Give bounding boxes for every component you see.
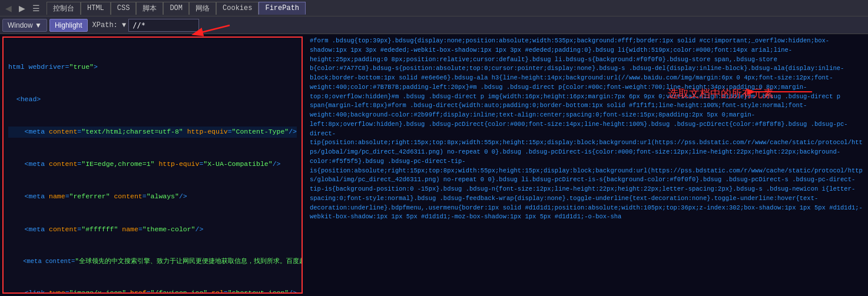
back-button[interactable]: ◀ [2,2,15,14]
tab-firepath[interactable]: FirePath [259,2,306,15]
top-toolbar: ◀ ▶ ☰ 控制台 HTML CSS 脚本 DOM 网络 Cookies Fir… [0,0,868,16]
html-line: <meta content="全球领先的中文搜索引擎、致力于让网民更便捷地获取信… [8,257,297,267]
tab-css[interactable]: CSS [111,2,137,15]
html-line: <head> [8,94,297,105]
html-line: <meta name="referrer" content="always"/> [8,191,297,202]
html-line: <meta content="IE=edge,chrome=1" http-eq… [8,159,297,169]
main-content: html webdriver="true"> <head> <meta cont… [0,34,868,296]
css-panel: #form .bdsug{top:39px}.bdsug{display:non… [305,34,868,296]
xpath-label: XPath: ▼ [92,21,127,29]
tab-html[interactable]: HTML [81,2,111,15]
window-button[interactable]: Window ▼ [2,19,47,32]
menu-button[interactable]: ☰ [29,2,43,14]
second-toolbar: Window ▼ Highlight XPath: ▼ [0,16,868,34]
html-line: <meta content="text/html;charset=utf-8" … [8,127,297,137]
tab-dom[interactable]: DOM [163,2,189,15]
html-line: <link type="image/x-icon" href="/favicon… [8,288,297,294]
tab-network[interactable]: 网络 [189,2,216,15]
html-content: html webdriver="true"> <head> <meta cont… [4,38,302,294]
html-line: <meta content="#ffffff" name="theme-colo… [8,224,297,235]
html-line: html webdriver="true"> [8,62,297,72]
html-panel: html webdriver="true"> <head> <meta cont… [2,36,303,294]
tab-cookies[interactable]: Cookies [216,2,259,15]
forward-button[interactable]: ▶ [16,2,28,14]
highlight-button[interactable]: Highlight [49,19,88,32]
cn-arrow-annotation [747,80,818,104]
css-content: #form .bdsug{top:39px}.bdsug{display:non… [310,36,863,222]
svg-line-1 [194,25,230,34]
tab-script[interactable]: 脚本 [136,2,163,15]
tab-bar: 控制台 HTML CSS 脚本 DOM 网络 Cookies FirePath [47,2,306,15]
xpath-input[interactable] [128,19,199,32]
tab-console[interactable]: 控制台 [47,2,81,15]
